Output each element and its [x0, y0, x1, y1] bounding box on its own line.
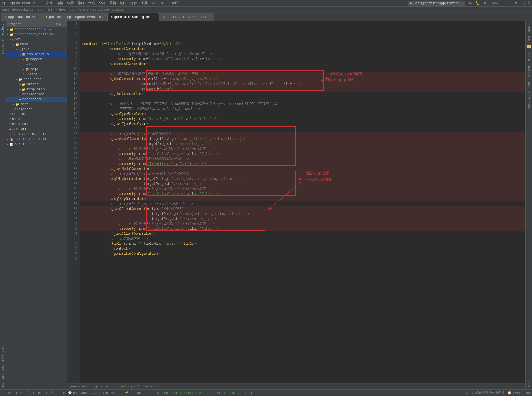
tab-application-yml[interactable]: ■ application.yml [1, 13, 42, 21]
sidebar-item-pojo[interactable]: ▶ 📦 pojo [6, 67, 67, 72]
sidebar-item-mvnw-cmd[interactable]: ≡ mvnw.cmd [6, 122, 67, 127]
menu-item-edit[interactable]: 编辑 [57, 1, 63, 6]
sidebar-item-resources[interactable]: ▼ 📁 resources [6, 77, 67, 82]
code-line-10 [80, 67, 525, 72]
tab-pom-xml[interactable]: ■ pom.xml (springbootmybatis) [42, 13, 107, 21]
right-tab-maven[interactable]: Maven [526, 50, 532, 63]
right-tab-spring[interactable]: Spring [526, 64, 532, 79]
menu-item-navigate[interactable]: 导航 [78, 1, 84, 6]
badge2: DA... [50, 33, 59, 36]
menu-item-tools[interactable]: 工具 [141, 1, 148, 6]
sidebar-item-com-bjsxt[interactable]: ▼ 📦 com.bjsxt.s... [6, 52, 67, 57]
sidebar-actions[interactable]: ⚙ ⊕ − [55, 22, 65, 26]
status-spring[interactable]: 🌱 Spring [125, 391, 141, 395]
left-vtab-structure[interactable]: Structure [1, 38, 5, 56]
line-num-8: 8 [67, 57, 77, 62]
line-num-38: 38 [67, 206, 77, 211]
path-item: springbootmybatis [2, 8, 33, 11]
right-tab-ant[interactable]: Ant [526, 379, 532, 389]
settings-btn[interactable]: ⚙ [484, 1, 486, 5]
right-tab-bean-validation[interactable]: Bean Validation [526, 80, 532, 112]
tab-icon-xml3: ■ [111, 16, 113, 19]
sidebar-item-springbootmybatis[interactable]: ▼ 📁 springbootmybatis DA... [6, 32, 67, 37]
line-num-1: 1 [67, 22, 77, 27]
menu-item-analyze[interactable]: 分析 [99, 1, 105, 6]
breadcrumb-item-3[interactable]: jdbcConnection [131, 385, 156, 388]
annotation-specify-location: ← 指定相应的位置 [304, 177, 332, 182]
sidebar-item-templates[interactable]: ▶ 📁 templates [6, 87, 67, 92]
java-icon: ☕ [19, 48, 21, 51]
sidebar-item-pom-xml[interactable]: ⊞ pom.xml [6, 127, 67, 132]
file-icon: ≡ [19, 93, 21, 96]
menu-item-help[interactable]: 帮助 [172, 1, 178, 6]
sidebar-item-external-libs[interactable]: ▶ 📚 External Libraries [6, 137, 67, 142]
debug-btn[interactable]: 🐛 [475, 1, 480, 6]
sidebar-item-mvnw[interactable]: ≡ mvnw [6, 117, 67, 122]
menu-item-file[interactable]: 文件 [46, 1, 53, 6]
code-content[interactable]: <context id="testTables" targetRuntime="… [80, 21, 525, 383]
tab-application-props[interactable]: ■ application.properties [159, 13, 214, 21]
line-num-25: 25 [67, 142, 77, 147]
sidebar-item-springbootjdbc[interactable]: ▶ 📁 springbootjdbc Dispar... [6, 27, 67, 32]
close-btn[interactable]: ✕ [515, 1, 517, 5]
line-num-10: 10 [67, 67, 77, 72]
sidebar-item-scratches[interactable]: ▶ 📝 Scratches and Consoles [6, 142, 67, 147]
breadcrumb-item-1[interactable]: generatorConfiguration [69, 385, 110, 388]
left-vtab-web3[interactable]: Web [1, 381, 5, 389]
code-editor: 1 2 3 4 5 6 7 8 9 10 11 12 13 14 15 16 1… [67, 21, 525, 383]
run-config-selector[interactable]: ▶ SpringbootJdbcApplication ▾ [408, 1, 465, 6]
expand-icon: ▼ [9, 38, 11, 41]
tab-close-icon[interactable]: ✕ [154, 16, 155, 19]
sidebar-item-spring[interactable]: C Spring... [6, 72, 67, 77]
menu-item-window[interactable]: 窗口 [161, 1, 168, 6]
code-line-11: <!--数据库连接的信息：驱动类、连接地址、用户名、密码 --> [80, 72, 525, 77]
sidebar-item-generatorc[interactable]: ⊞ generatorC... [6, 97, 67, 102]
sidebar-item-mapper[interactable]: ▼ 📦 mapper [6, 57, 67, 62]
folder-icon: 📁 [15, 103, 19, 106]
run-btn[interactable]: ▶ [469, 1, 472, 6]
sidebar-label: static [27, 82, 39, 86]
left-vtab-favorites[interactable]: Favorites [1, 344, 5, 363]
status-build[interactable]: 🔨 Build [50, 391, 65, 395]
status-todo[interactable]: ☑ TODO [2, 391, 12, 395]
status-java-enterprise[interactable]: ☕ Java Enterprise [91, 391, 121, 395]
menu-item-vcs[interactable]: VCS [151, 1, 158, 5]
sidebar-item-main[interactable]: ▼ 📁 main [6, 42, 67, 47]
left-vtab-web2[interactable]: Web [1, 372, 5, 380]
sidebar-item-test[interactable]: ▶ 📁 test [6, 102, 67, 107]
sidebar-item-gitignore[interactable]: ≡ .gitignore [6, 107, 67, 112]
csdn-user: CSDN @脑袋不灵光的小囧乐 [466, 391, 504, 395]
tab-icon-xml2: ■ [46, 16, 47, 19]
breadcrumb-item-2[interactable]: context [114, 385, 126, 388]
menu-item-view[interactable]: 查看 [67, 1, 74, 6]
left-vtab-project[interactable]: Project [1, 22, 5, 37]
menu-item-build[interactable]: 构建 [120, 1, 126, 6]
sidebar-label: springbootmybatis... [12, 132, 52, 136]
tab-generator-config[interactable]: ■ generatorConfig.xml ✕ [107, 13, 159, 21]
right-tab-databases[interactable]: Databases [526, 22, 532, 43]
line-num-4: 4 [67, 37, 77, 42]
menu-item-code[interactable]: 代码 [88, 1, 95, 6]
sidebar-item-java[interactable]: ▼ ☕ java [6, 47, 67, 52]
sidebar-label: resources [24, 77, 42, 81]
menu-item-run[interactable]: 运行 [130, 1, 137, 6]
sidebar-label: pojo [30, 67, 38, 71]
menu-item-refactor[interactable]: 重构 [109, 1, 116, 6]
maximize-btn[interactable]: □ [509, 1, 511, 5]
minimize-btn[interactable]: — [503, 1, 505, 5]
left-vtab-web[interactable]: Web [1, 363, 5, 372]
sidebar-item-static[interactable]: ▶ 📁 static [6, 82, 67, 87]
code-line-1 [80, 22, 525, 27]
event-log-icon[interactable]: 📋 Event Log [508, 391, 530, 395]
sidebar-item-src[interactable]: ▼ ▣ src [6, 37, 67, 42]
sidebar-item-help[interactable]: ≡ HELP.md [6, 112, 67, 117]
status-messages[interactable]: 💬 Messages [68, 391, 88, 395]
sidebar-item-useri[interactable]: ◈ U... [6, 62, 67, 67]
sidebar-label: .gitignore [12, 107, 32, 111]
status-terminal[interactable]: ⬛ Terminal [27, 391, 47, 395]
line-num-34: 34 [67, 186, 77, 191]
code-line-27: <property name="enableSubPackages" value… [80, 152, 525, 157]
sidebar-item-application-prop[interactable]: ≡ application. [6, 92, 67, 97]
sidebar-item-springbootmybatis-main[interactable]: C springbootmybatis... [6, 132, 67, 137]
status-run[interactable]: ▶ Run [16, 391, 24, 395]
